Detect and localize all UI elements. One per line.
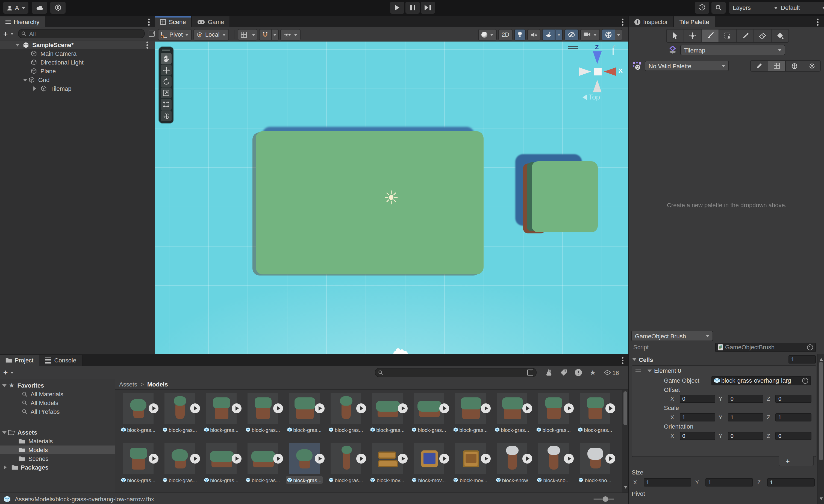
prefab-expand-arrow[interactable] — [481, 403, 491, 413]
directional-light-gizmo[interactable] — [384, 190, 398, 204]
asset-thumbnail[interactable] — [206, 393, 237, 424]
tab-tile-palette[interactable]: Tile Palette — [674, 16, 715, 27]
asset-tile[interactable]: block-gras... — [287, 393, 321, 433]
asset-tile[interactable]: block-mov... — [371, 443, 404, 484]
asset-label[interactable]: block-gras... — [576, 426, 614, 433]
asset-label[interactable]: block-gras... — [244, 426, 282, 433]
panel-menu-icon[interactable] — [817, 21, 819, 23]
prefab-expand-arrow[interactable] — [398, 454, 408, 464]
active-tilemap-dropdown[interactable]: Tilemap — [680, 45, 785, 55]
project-search-input[interactable] — [375, 368, 537, 377]
palette-dropdown[interactable]: No Valid Palette — [645, 61, 729, 71]
thumbnail-size-slider[interactable] — [593, 499, 614, 500]
size-z-field[interactable]: 1 — [767, 478, 815, 487]
asset-label[interactable]: block-gras... — [119, 426, 157, 433]
scene-viewport[interactable]: Z X Top — [154, 41, 628, 354]
asset-label[interactable]: block-sno... — [577, 476, 613, 484]
palette-gizmos-button[interactable] — [786, 60, 803, 72]
scale-x-field[interactable]: 1 — [680, 413, 715, 421]
asset-thumbnail[interactable] — [497, 393, 527, 424]
tab-hierarchy[interactable]: Hierarchy — [0, 16, 45, 27]
asset-thumbnail[interactable] — [455, 393, 486, 424]
asset-tile[interactable]: block-gras... — [578, 393, 612, 433]
gizmo-lock-icon[interactable] — [613, 47, 614, 55]
tree-assets[interactable]: Assets — [0, 428, 115, 437]
scene-camera-dropdown[interactable] — [580, 29, 600, 40]
gizmos-button[interactable] — [602, 29, 615, 40]
object-picker-icon[interactable] — [807, 344, 813, 350]
asset-label[interactable]: block-mov... — [452, 476, 489, 484]
prefab-expand-arrow[interactable] — [315, 454, 325, 464]
asset-tile[interactable]: block-gras... — [163, 393, 197, 433]
snap-toggle-button[interactable] — [259, 29, 272, 40]
view-orientation-label[interactable]: Top — [583, 93, 600, 101]
asset-label[interactable]: block-gras... — [286, 426, 323, 433]
play-button[interactable] — [390, 2, 404, 14]
cloud[interactable] — [393, 351, 408, 354]
asset-thumbnail[interactable] — [206, 443, 237, 474]
create-asset-button[interactable]: + — [3, 370, 8, 375]
offset-x-field[interactable]: 0 — [680, 395, 715, 403]
asset-label[interactable]: block-mov... — [369, 476, 406, 484]
layout-dropdown[interactable]: Default — [777, 2, 824, 14]
search-by-label-icon[interactable] — [560, 369, 567, 376]
asset-label[interactable]: block-gras... — [202, 476, 240, 484]
tree-favorites[interactable]: ★ Favorites — [0, 381, 115, 390]
snap-settings-dropdown[interactable] — [272, 29, 279, 40]
select-tool[interactable] — [666, 29, 684, 42]
asset-tile[interactable]: block-gras... — [371, 393, 404, 433]
asset-thumbnail[interactable] — [247, 443, 278, 474]
prefab-expand-arrow[interactable] — [356, 403, 366, 413]
axis-cone[interactable] — [593, 80, 602, 92]
asset-thumbnail[interactable] — [455, 443, 486, 474]
tree-all-models[interactable]: All Models — [0, 399, 115, 407]
tree-packages[interactable]: Packages — [0, 463, 115, 472]
asset-tile[interactable]: block-sno... — [578, 443, 612, 484]
search-by-type-icon[interactable] — [545, 369, 552, 376]
asset-tile[interactable]: block-mov... — [453, 443, 487, 484]
orientation-gizmo[interactable]: Z X — [573, 47, 623, 97]
scroll-down-icon[interactable] — [624, 486, 627, 490]
remove-element-button[interactable]: − — [802, 457, 807, 465]
grid-visibility-button[interactable] — [238, 29, 250, 40]
asset-label[interactable]: block-gras... — [244, 476, 282, 484]
paint-brush-tool[interactable] — [702, 29, 719, 42]
script-object-field[interactable]: # GameObjectBrush — [715, 342, 816, 352]
prefab-expand-arrow[interactable] — [481, 454, 491, 464]
prefab-expand-arrow[interactable] — [356, 454, 366, 464]
scene-lighting-button[interactable] — [514, 29, 526, 40]
object-picker-icon[interactable] — [802, 378, 808, 384]
layers-dropdown[interactable]: Layers — [729, 2, 782, 14]
grid-visibility-dropdown[interactable] — [250, 29, 258, 40]
drag-handle-icon[interactable] — [635, 369, 641, 372]
tab-game[interactable]: Game — [192, 16, 230, 27]
cloud-services-button[interactable] — [32, 2, 47, 14]
hierarchy-row-tilemap[interactable]: Tilemap — [0, 84, 154, 93]
offset-y-field[interactable]: 0 — [728, 395, 763, 403]
prefab-expand-arrow[interactable] — [232, 454, 241, 464]
grass-block[interactable] — [532, 161, 598, 232]
hierarchy-search-input[interactable]: All — [18, 29, 145, 38]
prefab-expand-arrow[interactable] — [148, 403, 159, 413]
breadcrumb-current[interactable]: Models — [147, 381, 168, 387]
scroll-up-icon[interactable] — [819, 357, 823, 361]
scale-tool[interactable] — [161, 88, 172, 98]
scene-audio-button[interactable] — [527, 29, 540, 40]
search-importance-icon[interactable]: ! — [575, 369, 582, 376]
prefab-expand-arrow[interactable] — [522, 403, 532, 413]
scrollbar[interactable] — [622, 390, 628, 493]
asset-thumbnail[interactable] — [289, 393, 320, 424]
asset-tile[interactable]: block-gras... — [204, 443, 238, 484]
asset-thumbnail[interactable] — [331, 393, 361, 424]
asset-label[interactable]: block-gras... — [493, 426, 531, 433]
account-button[interactable]: A — [3, 2, 28, 14]
asset-thumbnail[interactable] — [580, 393, 610, 424]
open-in-window-icon[interactable] — [148, 31, 154, 37]
chevron-down-icon[interactable] — [10, 33, 14, 37]
scene-effects-button[interactable] — [542, 29, 555, 40]
edit-palette-button[interactable] — [750, 60, 768, 72]
chevron-down-icon[interactable] — [10, 372, 14, 375]
hierarchy-menu-icon[interactable] — [148, 21, 150, 23]
prefab-expand-arrow[interactable] — [398, 403, 408, 413]
prefab-expand-arrow[interactable] — [315, 403, 325, 413]
